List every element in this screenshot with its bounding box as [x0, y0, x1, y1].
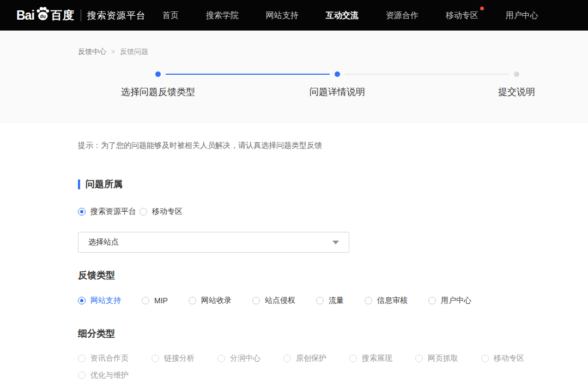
- site-select[interactable]: 选择站点: [78, 232, 349, 253]
- radio-sub-original-protection[interactable]: 原创保护: [283, 354, 326, 363]
- radio-sub-link-analysis[interactable]: 链接分析: [151, 354, 195, 363]
- radio-sub-search-display[interactable]: 搜索展现: [349, 354, 392, 363]
- feedback-form: 提示：为了您的问题能够及时被相关人员解决，请认真选择问题类型反馈 问题所属 搜索…: [0, 123, 588, 380]
- radio-sub-profit-center[interactable]: 分润中心: [217, 354, 260, 363]
- svg-text:du: du: [40, 14, 45, 19]
- nav-item-mobile-zone[interactable]: 移动专区: [446, 10, 478, 21]
- radio-icon: [140, 208, 147, 216]
- logo-text-bai: Bai: [16, 8, 34, 23]
- step-label-3: 提交说明: [498, 86, 535, 98]
- radio-icon: [415, 355, 423, 362]
- logo-divider: [81, 9, 81, 21]
- step-label-2: 问题详情说明: [310, 86, 365, 98]
- radio-icon: [151, 355, 159, 362]
- radio-icon: [365, 297, 372, 304]
- notification-dot-icon: [480, 7, 484, 10]
- section-title-owner: 问题所属: [78, 178, 588, 190]
- step-line-1: [166, 74, 330, 75]
- feedback-type-radio-group: 网站支持 MIP 网站收录 站点侵权 流量 信息审核 用户中心: [78, 296, 588, 306]
- breadcrumb-separator-icon: >: [111, 48, 115, 56]
- radio-sub-optimization-maintenance[interactable]: 优化与维护: [78, 370, 129, 380]
- radio-owner-mobile-zone[interactable]: 移动专区: [140, 207, 183, 217]
- top-nav: Bai du 百度 搜索资源平台 首页 搜索学院 网站支持 互动交流 资源合作 …: [0, 0, 588, 31]
- radio-type-user-center[interactable]: 用户中心: [428, 296, 471, 306]
- nav-item-cooperation[interactable]: 资源合作: [386, 10, 419, 21]
- sub-type-radio-group-row2: 优化与维护: [78, 370, 588, 380]
- section-title-feedback-type: 反馈类型: [78, 269, 588, 282]
- breadcrumb-feedback-issue: 反馈问题: [120, 47, 148, 57]
- section-title-sub-type: 细分类型: [78, 327, 588, 340]
- radio-type-site-infringement[interactable]: 站点侵权: [252, 296, 295, 306]
- subheader: 反馈中心 > 反馈问题 选择问题反馈类型 问题详情说明 提交说明: [0, 31, 588, 123]
- nav-item-academy[interactable]: 搜索学院: [206, 10, 239, 21]
- sub-type-radio-group-row1: 资讯合作页 链接分析 分润中心 原创保护 搜索展现 网页抓取 移动专区: [78, 354, 588, 363]
- radio-icon: [283, 355, 291, 362]
- step-dot-2: [335, 71, 340, 77]
- radio-sub-mobile-zone[interactable]: 移动专区: [481, 354, 524, 363]
- radio-icon: [428, 297, 436, 304]
- radio-sub-news-coop[interactable]: 资讯合作页: [78, 354, 129, 363]
- breadcrumb: 反馈中心 > 反馈问题: [0, 31, 588, 57]
- radio-type-info-review[interactable]: 信息审核: [365, 296, 408, 306]
- step-label-1: 选择问题反馈类型: [121, 86, 195, 98]
- radio-icon: [481, 355, 489, 362]
- radio-type-site-index[interactable]: 网站收录: [189, 296, 232, 306]
- radio-owner-search-platform[interactable]: 搜索资源平台: [78, 207, 136, 217]
- section-accent-bar: [78, 179, 80, 189]
- nav-item-home[interactable]: 首页: [162, 10, 179, 21]
- radio-type-traffic[interactable]: 流量: [316, 296, 344, 306]
- nav-item-site-support[interactable]: 网站支持: [266, 10, 299, 21]
- logo-text-cn: 百度: [51, 8, 75, 23]
- radio-icon: [78, 297, 86, 304]
- step-dot-1: [155, 71, 161, 77]
- caret-down-icon: [332, 241, 339, 244]
- radio-icon: [217, 355, 225, 362]
- radio-icon: [78, 372, 86, 379]
- hint-text: 提示：为了您的问题能够及时被相关人员解决，请认真选择问题类型反馈: [78, 141, 588, 151]
- radio-type-site-support[interactable]: 网站支持: [78, 296, 121, 306]
- nav-item-interaction[interactable]: 互动交流: [326, 10, 359, 21]
- radio-sub-web-crawl[interactable]: 网页抓取: [415, 354, 458, 363]
- radio-icon: [316, 297, 324, 304]
- owner-radio-group: 搜索资源平台 移动专区: [78, 207, 588, 217]
- radio-icon: [349, 355, 357, 362]
- radio-type-mip[interactable]: MIP: [142, 296, 168, 305]
- site-select-value: 选择站点: [88, 237, 119, 247]
- step-dot-3: [514, 71, 519, 77]
- breadcrumb-feedback-center[interactable]: 反馈中心: [78, 47, 106, 57]
- radio-icon: [78, 208, 86, 216]
- baidu-logo[interactable]: Bai du 百度: [16, 8, 75, 23]
- radio-icon: [78, 355, 86, 362]
- nav-item-user-center[interactable]: 用户中心: [506, 10, 538, 21]
- step-line-2: [345, 74, 509, 75]
- paw-icon: du: [35, 6, 50, 21]
- radio-icon: [189, 297, 196, 304]
- product-name: 搜索资源平台: [87, 9, 146, 22]
- radio-icon: [252, 297, 260, 304]
- radio-icon: [142, 297, 149, 304]
- nav-menu: 首页 搜索学院 网站支持 互动交流 资源合作 移动专区 用户中心: [162, 10, 538, 21]
